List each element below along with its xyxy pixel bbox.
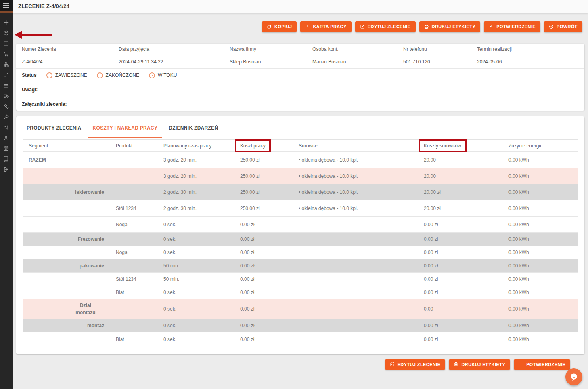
column-header-materials: Surowce [293, 143, 418, 149]
sidebar-item-settings[interactable] [2, 103, 11, 109]
menu-button[interactable] [0, 0, 13, 13]
time-cell: 2 godz. 30 min. [158, 206, 234, 211]
download-icon [305, 24, 310, 29]
materials-cell: • okleina dębowa - 10.0 kpl. [293, 157, 418, 163]
costs-table: Segment Produkt Planowany czas pracy Kos… [23, 139, 578, 346]
edit-order-button-bottom[interactable]: EDYTUJ ZLECENIE [385, 359, 446, 370]
labor-cost-cell: 0.00 zł [234, 323, 293, 328]
labor-cost-cell: 0.00 zł [234, 276, 293, 282]
segment-cell: Dział montażu [23, 299, 110, 319]
sidebar-item-add[interactable] [2, 19, 11, 25]
sidebar-item-board[interactable] [2, 40, 11, 46]
status-option-in-progress[interactable]: W TOKU [149, 72, 177, 78]
segment-cell [23, 332, 110, 346]
table-row: Stół 1234 50 min. 0.00 zł 0.00 zł 0.00 k… [23, 273, 578, 286]
segment-cell: pakowanie [23, 259, 110, 272]
plus-icon [3, 19, 9, 25]
sidebar-item-docs[interactable] [2, 156, 11, 162]
table-row: RAZEM 3 godz. 20 min. 250.00 zł • oklein… [23, 152, 578, 168]
sidebar-item-products[interactable] [2, 30, 11, 36]
energy-cell: 0.00 kWh [503, 336, 578, 342]
sidebar-item-orders[interactable] [2, 51, 11, 57]
sidebar-item-marketing[interactable] [2, 124, 11, 130]
chat-bubble-icon [569, 372, 579, 382]
material-cost-cell: 20.00 zł [418, 189, 503, 195]
tab-costs[interactable]: KOSZTY I NAKŁAD PRACY [88, 118, 163, 138]
status-option-finished[interactable]: ZAKOŃCZONE [97, 72, 139, 78]
material-cost-cell: 20.00 zł [418, 206, 503, 211]
energy-cell: 0.00 kWh [503, 290, 578, 295]
material-cost-cell: 0.00 zł [418, 290, 503, 295]
time-cell: 3 godz. 20 min. [158, 157, 234, 163]
confirmation-button-bottom[interactable]: POTWIERDZENIE [514, 359, 570, 370]
radio-unchecked-icon[interactable] [97, 72, 103, 78]
print-labels-button[interactable]: DRUKUJ ETYKIETY [419, 21, 481, 32]
sidebar-item-logout[interactable] [2, 166, 11, 172]
field-label: Nazwa firmy [224, 46, 307, 52]
chat-fab[interactable] [565, 368, 582, 385]
table-row: pakowanie 50 min. 0.00 zł 0.00 zł 0.00 k… [23, 259, 578, 273]
labor-cost-cell: 0.00 zł [234, 250, 293, 255]
sidebar-item-toolbox[interactable] [2, 82, 11, 88]
materials-cell: • okleina dębowa - 10.0 kpl. [293, 189, 418, 195]
radio-unchecked-icon[interactable] [46, 72, 52, 78]
download-icon [489, 24, 494, 29]
tab-events-log[interactable]: DZIENNIK ZDARZEŃ [164, 118, 223, 138]
attachments-label: Załączniki zlecenia: [22, 101, 67, 107]
segment-cell: Frezowanie [23, 233, 110, 246]
sidebar-item-calendar[interactable] [2, 145, 11, 151]
material-cost-cell: 0.00 zł [418, 236, 503, 242]
segment-cell [23, 273, 110, 286]
time-cell: 3 godz. 20 min. [158, 173, 234, 179]
radio-checked-icon[interactable] [149, 72, 155, 78]
truck-icon [3, 93, 9, 99]
table-row: Dział montażu 0 sek. 0.00 zł 0.00 0.00 k… [23, 299, 578, 319]
top-toolbar: KOPIUJ KARTA PRACY EDYTUJ ZLECENIE DRUKU… [13, 13, 588, 32]
material-cost-cell: 20.00 [418, 173, 503, 179]
sitemap-icon [3, 61, 9, 67]
sidebar-item-users[interactable] [2, 135, 11, 141]
megaphone-icon [3, 124, 9, 130]
sidebar-item-transfers[interactable] [2, 72, 11, 78]
table-row: Stół 1234 2 godz. 30 min. 250.00 zł • ok… [23, 200, 578, 217]
product-cell: Noga [110, 222, 158, 227]
status-option-suspended[interactable]: ZAWIESZONE [46, 72, 87, 78]
material-cost-cell: 0.00 zł [418, 263, 503, 269]
product-cell: Noga [110, 250, 158, 255]
table-row: montaż 0 sek. 0.00 zł 0.00 zł 0.00 kWh [23, 319, 578, 332]
download-icon [519, 362, 523, 367]
time-cell: 0 sek. [158, 306, 234, 312]
labor-cost-cell: 250.00 zł [234, 157, 293, 163]
column-header-labor-cost: Koszt pracy [234, 139, 293, 152]
notes-label: Uwagi: [22, 87, 38, 93]
print-labels-button-bottom[interactable]: DRUKUJ ETYKIETY [449, 359, 510, 370]
copy-button[interactable]: KOPIUJ [262, 21, 297, 32]
sidebar-item-tools[interactable] [2, 114, 11, 120]
tab-products[interactable]: PRODUKTY ZLECENIA [22, 118, 86, 138]
segment-cell: lakierowanie [23, 184, 110, 200]
sidebar-item-structure[interactable] [2, 61, 11, 67]
time-cell: 2 godz. 30 min. [158, 189, 234, 195]
print-icon [424, 24, 429, 29]
energy-cell: 0.00 kWh [503, 206, 578, 211]
contact-person: Marcin Bosman [307, 59, 398, 65]
sidebar-item-shipping[interactable] [2, 93, 11, 99]
labor-cost-cell: 250.00 zł [234, 189, 293, 195]
segment-cell [23, 286, 110, 299]
time-cell: 0 sek. [158, 336, 234, 342]
back-button[interactable]: POWRÓT [544, 21, 582, 32]
table-header-row: Segment Produkt Planowany czas pracy Kos… [23, 140, 578, 152]
materials-cell: • okleina dębowa - 10.0 kpl. [293, 173, 418, 179]
material-cost-cell: 0.00 zł [418, 250, 503, 255]
labor-cost-cell: 250.00 zł [234, 173, 293, 179]
energy-cell: 0.00 kWh [503, 173, 578, 179]
confirmation-button[interactable]: POTWIERDZENIE [484, 21, 540, 32]
time-cell: 50 min. [158, 276, 234, 282]
work-card-button[interactable]: KARTA PRACY [300, 21, 351, 32]
energy-cell: 0.00 kWh [503, 157, 578, 163]
time-cell: 0 sek. [158, 250, 234, 255]
main-content: KOPIUJ KARTA PRACY EDYTUJ ZLECENIE DRUKU… [13, 13, 588, 389]
time-cell: 0 sek. [158, 236, 234, 242]
edit-order-button[interactable]: EDYTUJ ZLECENIE [355, 21, 416, 32]
details-card: PRODUKTY ZLECENIA KOSZTY I NAKŁAD PRACY … [16, 116, 584, 354]
